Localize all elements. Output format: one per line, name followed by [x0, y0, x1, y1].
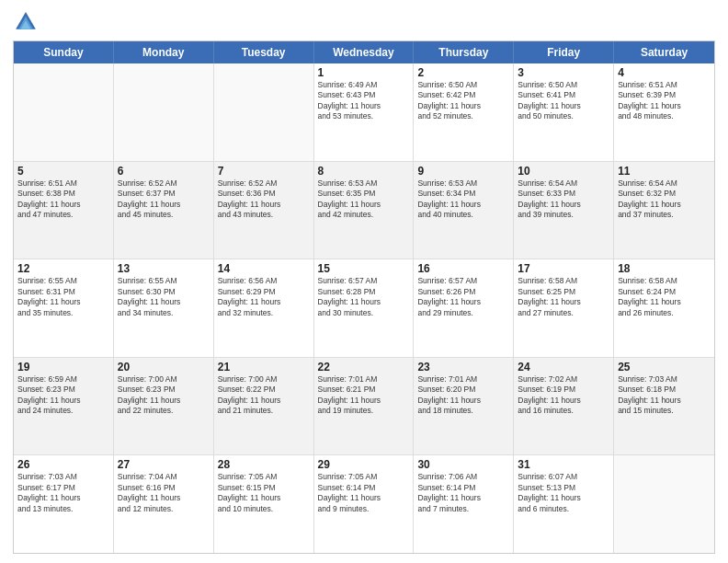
cell-info: Sunrise: 7:03 AM Sunset: 6:18 PM Dayligh…: [618, 374, 711, 417]
calendar-cell-day-1: 1Sunrise: 6:49 AM Sunset: 6:43 PM Daylig…: [314, 63, 415, 161]
calendar-cell-empty: [214, 63, 314, 161]
calendar-cell-day-10: 10Sunrise: 6:54 AM Sunset: 6:33 PM Dayli…: [514, 162, 614, 259]
calendar-header: SundayMondayTuesdayWednesdayThursdayFrid…: [14, 41, 714, 63]
day-number: 1: [318, 66, 410, 79]
calendar-cell-day-7: 7Sunrise: 6:52 AM Sunset: 6:36 PM Daylig…: [214, 162, 314, 259]
calendar-cell-day-5: 5Sunrise: 6:51 AM Sunset: 6:38 PM Daylig…: [14, 162, 114, 259]
cell-info: Sunrise: 6:50 AM Sunset: 6:41 PM Dayligh…: [518, 80, 609, 122]
calendar-cell-day-29: 29Sunrise: 7:05 AM Sunset: 6:14 PM Dayli…: [314, 455, 415, 553]
calendar-cell-day-6: 6Sunrise: 6:52 AM Sunset: 6:37 PM Daylig…: [114, 162, 214, 259]
day-number: 3: [518, 66, 609, 79]
calendar-cell-day-18: 18Sunrise: 6:58 AM Sunset: 6:24 PM Dayli…: [614, 259, 714, 357]
calendar-cell-day-17: 17Sunrise: 6:58 AM Sunset: 6:25 PM Dayli…: [514, 259, 614, 357]
calendar-row-3: 19Sunrise: 6:59 AM Sunset: 6:23 PM Dayli…: [14, 358, 714, 456]
cell-info: Sunrise: 6:54 AM Sunset: 6:32 PM Dayligh…: [618, 178, 711, 221]
header-day-wednesday: Wednesday: [314, 41, 415, 63]
calendar-cell-day-3: 3Sunrise: 6:50 AM Sunset: 6:41 PM Daylig…: [514, 63, 614, 161]
day-number: 31: [518, 458, 609, 471]
cell-info: Sunrise: 7:03 AM Sunset: 6:17 PM Dayligh…: [17, 472, 109, 514]
cell-info: Sunrise: 6:58 AM Sunset: 6:25 PM Dayligh…: [518, 276, 609, 318]
cell-info: Sunrise: 6:51 AM Sunset: 6:38 PM Dayligh…: [17, 178, 109, 221]
calendar-row-2: 12Sunrise: 6:55 AM Sunset: 6:31 PM Dayli…: [14, 259, 714, 358]
cell-info: Sunrise: 7:01 AM Sunset: 6:20 PM Dayligh…: [417, 374, 509, 417]
day-number: 19: [17, 361, 109, 373]
day-number: 4: [618, 66, 711, 79]
cell-info: Sunrise: 6:54 AM Sunset: 6:33 PM Dayligh…: [518, 178, 609, 221]
calendar-cell-day-21: 21Sunrise: 7:00 AM Sunset: 6:22 PM Dayli…: [214, 358, 314, 455]
header-day-friday: Friday: [514, 41, 614, 63]
calendar-cell-day-9: 9Sunrise: 6:53 AM Sunset: 6:34 PM Daylig…: [414, 162, 514, 259]
day-number: 28: [218, 458, 310, 471]
cell-info: Sunrise: 7:00 AM Sunset: 6:22 PM Dayligh…: [218, 374, 310, 417]
calendar-cell-day-2: 2Sunrise: 6:50 AM Sunset: 6:42 PM Daylig…: [414, 63, 514, 161]
calendar-cell-day-12: 12Sunrise: 6:55 AM Sunset: 6:31 PM Dayli…: [14, 259, 114, 357]
calendar-cell-day-13: 13Sunrise: 6:55 AM Sunset: 6:30 PM Dayli…: [114, 259, 214, 357]
calendar-cell-day-26: 26Sunrise: 7:03 AM Sunset: 6:17 PM Dayli…: [14, 455, 114, 553]
cell-info: Sunrise: 6:56 AM Sunset: 6:29 PM Dayligh…: [218, 276, 310, 318]
day-number: 6: [118, 165, 210, 178]
calendar-cell-empty: [614, 455, 714, 553]
calendar-cell-day-16: 16Sunrise: 6:57 AM Sunset: 6:26 PM Dayli…: [414, 259, 514, 357]
day-number: 13: [118, 262, 210, 275]
calendar-row-4: 26Sunrise: 7:03 AM Sunset: 6:17 PM Dayli…: [14, 455, 714, 553]
day-number: 22: [318, 361, 410, 373]
calendar-cell-empty: [14, 63, 114, 161]
day-number: 17: [518, 262, 609, 275]
day-number: 26: [17, 458, 109, 471]
cell-info: Sunrise: 6:52 AM Sunset: 6:37 PM Dayligh…: [118, 178, 210, 221]
calendar-row-1: 5Sunrise: 6:51 AM Sunset: 6:38 PM Daylig…: [14, 162, 714, 260]
header-day-saturday: Saturday: [614, 41, 714, 63]
calendar-cell-day-8: 8Sunrise: 6:53 AM Sunset: 6:35 PM Daylig…: [314, 162, 415, 259]
cell-info: Sunrise: 7:05 AM Sunset: 6:14 PM Dayligh…: [318, 472, 410, 514]
calendar-cell-day-4: 4Sunrise: 6:51 AM Sunset: 6:39 PM Daylig…: [614, 63, 714, 161]
header-day-monday: Monday: [114, 41, 214, 63]
day-number: 5: [17, 165, 109, 178]
logo-icon: [13, 9, 39, 35]
day-number: 12: [17, 262, 109, 275]
calendar-row-0: 1Sunrise: 6:49 AM Sunset: 6:43 PM Daylig…: [14, 63, 714, 162]
header-day-thursday: Thursday: [414, 41, 514, 63]
cell-info: Sunrise: 6:07 AM Sunset: 5:13 PM Dayligh…: [518, 472, 609, 514]
calendar-cell-day-22: 22Sunrise: 7:01 AM Sunset: 6:21 PM Dayli…: [314, 358, 415, 455]
cell-info: Sunrise: 6:55 AM Sunset: 6:31 PM Dayligh…: [17, 276, 109, 318]
day-number: 27: [118, 458, 210, 471]
cell-info: Sunrise: 6:51 AM Sunset: 6:39 PM Dayligh…: [618, 80, 711, 122]
cell-info: Sunrise: 6:49 AM Sunset: 6:43 PM Dayligh…: [318, 80, 410, 122]
calendar-body: 1Sunrise: 6:49 AM Sunset: 6:43 PM Daylig…: [14, 63, 714, 553]
cell-info: Sunrise: 7:06 AM Sunset: 6:14 PM Dayligh…: [417, 472, 509, 514]
cell-info: Sunrise: 7:01 AM Sunset: 6:21 PM Dayligh…: [318, 374, 410, 417]
cell-info: Sunrise: 6:53 AM Sunset: 6:34 PM Dayligh…: [417, 178, 509, 221]
header-day-sunday: Sunday: [14, 41, 114, 63]
calendar-cell-day-30: 30Sunrise: 7:06 AM Sunset: 6:14 PM Dayli…: [414, 455, 514, 553]
day-number: 11: [618, 165, 711, 178]
day-number: 24: [518, 361, 609, 373]
cell-info: Sunrise: 6:55 AM Sunset: 6:30 PM Dayligh…: [118, 276, 210, 318]
header-day-tuesday: Tuesday: [214, 41, 314, 63]
day-number: 10: [518, 165, 609, 178]
calendar-cell-empty: [114, 63, 214, 161]
calendar-cell-day-11: 11Sunrise: 6:54 AM Sunset: 6:32 PM Dayli…: [614, 162, 714, 259]
cell-info: Sunrise: 7:00 AM Sunset: 6:23 PM Dayligh…: [118, 374, 210, 417]
day-number: 8: [318, 165, 410, 178]
day-number: 30: [417, 458, 509, 471]
logo: [13, 9, 42, 35]
calendar-cell-day-25: 25Sunrise: 7:03 AM Sunset: 6:18 PM Dayli…: [614, 358, 714, 455]
cell-info: Sunrise: 6:59 AM Sunset: 6:23 PM Dayligh…: [17, 374, 109, 417]
calendar-cell-day-28: 28Sunrise: 7:05 AM Sunset: 6:15 PM Dayli…: [214, 455, 314, 553]
day-number: 7: [218, 165, 310, 178]
cell-info: Sunrise: 7:02 AM Sunset: 6:19 PM Dayligh…: [518, 374, 609, 417]
day-number: 23: [417, 361, 509, 373]
cell-info: Sunrise: 6:53 AM Sunset: 6:35 PM Dayligh…: [318, 178, 410, 221]
calendar-cell-day-15: 15Sunrise: 6:57 AM Sunset: 6:28 PM Dayli…: [314, 259, 415, 357]
header: [13, 9, 715, 35]
calendar-cell-day-20: 20Sunrise: 7:00 AM Sunset: 6:23 PM Dayli…: [114, 358, 214, 455]
calendar-cell-day-24: 24Sunrise: 7:02 AM Sunset: 6:19 PM Dayli…: [514, 358, 614, 455]
calendar: SundayMondayTuesdayWednesdayThursdayFrid…: [13, 40, 715, 554]
cell-info: Sunrise: 6:57 AM Sunset: 6:26 PM Dayligh…: [417, 276, 509, 318]
page: SundayMondayTuesdayWednesdayThursdayFrid…: [0, 0, 728, 563]
cell-info: Sunrise: 7:04 AM Sunset: 6:16 PM Dayligh…: [118, 472, 210, 514]
day-number: 16: [417, 262, 509, 275]
day-number: 29: [318, 458, 410, 471]
day-number: 25: [618, 361, 711, 373]
cell-info: Sunrise: 6:57 AM Sunset: 6:28 PM Dayligh…: [318, 276, 410, 318]
